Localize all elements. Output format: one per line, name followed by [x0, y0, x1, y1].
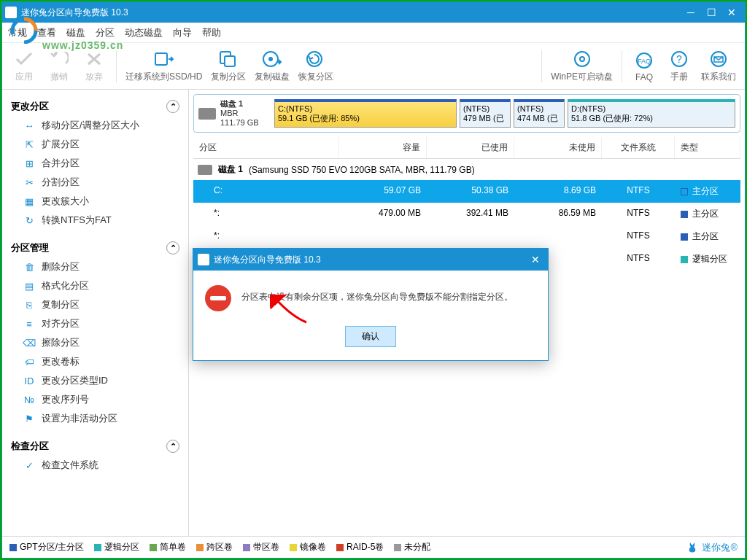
toolbar: 应用 撤销 放弃 迁移系统到SSD/HD 复制分区 复制磁盘 恢复分区 WinP…: [2, 43, 745, 90]
action-icon: №: [23, 393, 36, 406]
menu-item[interactable]: 常规: [8, 26, 27, 39]
recover-icon: [304, 49, 328, 69]
dialog-message: 分区表中没有剩余分区项，迷你兔分区向导免费版不能分割指定分区。: [241, 285, 513, 303]
mail-icon: [707, 49, 730, 69]
menu-item[interactable]: 向导: [173, 26, 192, 39]
close-button[interactable]: ✕: [721, 4, 742, 20]
sidebar-item[interactable]: ⎘复制分区: [2, 295, 188, 314]
section-header-manage[interactable]: 分区管理⌃: [2, 238, 188, 257]
legend-item: GPT分区/主分区: [9, 541, 84, 553]
sidebar-item[interactable]: 🗑删除分区: [2, 257, 188, 276]
action-icon: 🏷: [23, 355, 36, 368]
menu-item[interactable]: 帮助: [202, 26, 221, 39]
menu-item[interactable]: 分区: [96, 26, 115, 39]
partition-d[interactable]: D:(NTFS)51.8 GB (已使用: 72%): [568, 99, 735, 128]
sidebar-item[interactable]: ≡对齐分区: [2, 314, 188, 333]
legend-item: 带区卷: [243, 541, 279, 553]
rabbit-icon: [686, 541, 699, 554]
table-row[interactable]: *:479.00 MB392.41 MB86.59 MBNTFS主分区: [193, 203, 740, 225]
svg-text:?: ?: [676, 53, 682, 65]
winpe-button[interactable]: WinPE可启动盘: [546, 43, 617, 89]
brand-label: 迷你兔®: [686, 541, 738, 554]
table-row[interactable]: C:59.07 GB50.38 GB8.69 GBNTFS主分区: [193, 180, 740, 203]
minimize-button[interactable]: ─: [681, 4, 701, 20]
sidebar-item[interactable]: №更改序列号: [2, 390, 188, 409]
menu-item[interactable]: 查看: [37, 26, 56, 39]
svg-rect-2: [225, 56, 235, 66]
action-icon: ✂: [23, 176, 36, 189]
hdd-icon: [198, 108, 216, 120]
sidebar-item[interactable]: ⇱扩展分区: [2, 135, 188, 154]
sidebar-item[interactable]: 🏷更改卷标: [2, 352, 188, 371]
svg-point-12: [711, 52, 726, 66]
action-icon: ⇱: [23, 138, 36, 151]
help-icon: ?: [667, 49, 691, 69]
chevron-up-icon: ⌃: [166, 100, 179, 113]
sidebar-item[interactable]: ▦更改簇大小: [2, 192, 188, 211]
apply-button[interactable]: 应用: [7, 43, 42, 89]
manual-button[interactable]: ?手册: [662, 43, 697, 89]
sidebar-item[interactable]: ⌫擦除分区: [2, 333, 188, 352]
disk-map: 磁盘 1 MBR 111.79 GB C:(NTFS)59.1 GB (已使用:…: [193, 94, 740, 133]
action-icon: ⌫: [23, 336, 36, 349]
legend-item: 逻辑分区: [94, 541, 139, 553]
partition-c[interactable]: C:(NTFS)59.1 GB (已使用: 85%): [274, 99, 457, 128]
migrate-button[interactable]: 迁移系统到SSD/HD: [121, 43, 206, 89]
copy-disk-icon: [260, 49, 284, 69]
sidebar-item[interactable]: ID更改分区类型ID: [2, 371, 188, 390]
app-icon: [5, 7, 17, 18]
sidebar-item[interactable]: ▤格式化分区: [2, 276, 188, 295]
action-icon: ⎘: [23, 298, 36, 311]
migrate-icon: [152, 49, 176, 69]
copy-partition-button[interactable]: 复制分区: [206, 43, 250, 89]
sidebar-item[interactable]: ↔移动分区/调整分区大小: [2, 116, 188, 135]
undo-icon: [47, 49, 71, 69]
svg-point-7: [580, 57, 584, 61]
undo-button[interactable]: 撤销: [42, 43, 77, 89]
copy-disk-button[interactable]: 复制磁盘: [250, 43, 294, 89]
hdd-icon: [198, 165, 212, 175]
svg-rect-0: [155, 53, 167, 65]
discard-button[interactable]: 放弃: [77, 43, 112, 89]
sidebar-item[interactable]: ✂分割分区: [2, 173, 188, 192]
action-icon: ▦: [23, 195, 36, 208]
action-icon: ▤: [23, 279, 36, 292]
check-icon: [12, 49, 36, 69]
table-row[interactable]: *:NTFS主分区: [193, 225, 740, 248]
menu-item[interactable]: 磁盘: [66, 26, 85, 39]
section-header-check[interactable]: 检查分区⌃: [2, 437, 188, 456]
dialog-icon: [198, 254, 209, 265]
chevron-up-icon: ⌃: [166, 241, 179, 254]
svg-point-6: [575, 52, 589, 66]
copy-part-icon: [217, 49, 240, 69]
error-dialog: 迷你兔分区向导免费版 10.3 ✕ 分区表中没有剩余分区项，迷你兔分区向导免费版…: [193, 248, 549, 361]
legend-item: 简单卷: [150, 541, 186, 553]
contact-button[interactable]: 联系我们: [697, 43, 740, 89]
maximize-button[interactable]: ☐: [701, 4, 721, 20]
sidebar-item[interactable]: ✓检查文件系统: [2, 456, 188, 475]
legend-item: RAID-5卷: [336, 541, 384, 553]
menu-bar: 常规 查看 磁盘 分区 动态磁盘 向导 帮助: [2, 23, 745, 43]
partition-hidden-1[interactable]: (NTFS)479 MB (已: [460, 99, 511, 128]
sidebar: 更改分区⌃ ↔移动分区/调整分区大小⇱扩展分区⊞合并分区✂分割分区▦更改簇大小↻…: [2, 90, 189, 536]
title-bar: 迷你兔分区向导免费版 10.3 ─ ☐ ✕: [2, 2, 745, 23]
sidebar-item[interactable]: ⊞合并分区: [2, 154, 188, 173]
window-title: 迷你兔分区向导免费版 10.3: [21, 7, 681, 19]
faq-button[interactable]: FAQFAQ: [627, 43, 662, 89]
sidebar-item[interactable]: ↻转换NTFS为FAT: [2, 211, 188, 230]
action-icon: ⊞: [23, 157, 36, 170]
dialog-close-button[interactable]: ✕: [527, 254, 543, 265]
ok-button[interactable]: 确认: [345, 326, 396, 347]
action-icon: ⚑: [23, 412, 36, 425]
section-header-change[interactable]: 更改分区⌃: [2, 97, 188, 116]
action-icon: ✓: [23, 459, 36, 472]
action-icon: 🗑: [23, 260, 36, 273]
sidebar-item[interactable]: ⚑设置为非活动分区: [2, 409, 188, 428]
action-icon: ↻: [23, 214, 36, 227]
disk-info: 磁盘 1 MBR 111.79 GB: [198, 99, 271, 128]
recover-button[interactable]: 恢复分区: [294, 43, 338, 89]
menu-item[interactable]: 动态磁盘: [125, 26, 163, 39]
legend-item: 镜像卷: [290, 541, 326, 553]
partition-hidden-2[interactable]: (NTFS)474 MB (已: [514, 99, 565, 128]
disk-row[interactable]: 磁盘 1 (Samsung SSD 750 EVO 120GB SATA, MB…: [189, 159, 745, 180]
